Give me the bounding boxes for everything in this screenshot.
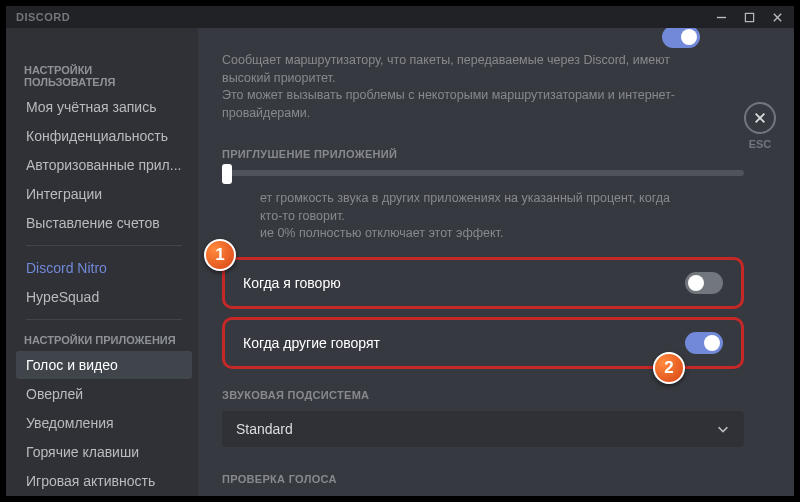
attenuation-slider[interactable] [222, 170, 744, 176]
voice-test-header: ПРОВЕРКА ГОЛОСА [222, 473, 744, 485]
sidebar-item-privacy[interactable]: Конфиденциальность [16, 122, 192, 150]
when-others-speak-toggle[interactable] [685, 332, 723, 354]
window-controls [708, 6, 790, 28]
sidebar-item-integrations[interactable]: Интеграции [16, 180, 192, 208]
sidebar-divider [26, 319, 182, 320]
qos-desc-line2: Это может вызывать проблемы с некоторыми… [222, 88, 675, 120]
maximize-button[interactable] [736, 6, 762, 28]
audio-subsystem-header: ЗВУКОВАЯ ПОДСИСТЕМА [222, 389, 744, 401]
sidebar-item-hypesquad[interactable]: HypeSquad [16, 283, 192, 311]
annotation-badge-1: 1 [204, 239, 236, 271]
qos-description: Сообщает маршрутизатору, что пакеты, пер… [222, 52, 744, 122]
attenuation-description: ет громкость звука в других приложениях … [222, 190, 744, 243]
settings-content: ESC Сообщает маршрутизатору, что пакеты,… [198, 28, 794, 496]
when-others-speak-row: Когда другие говорят 2 [222, 317, 744, 369]
sidebar-item-overlay[interactable]: Оверлей [16, 380, 192, 408]
qos-toggle[interactable] [662, 28, 700, 48]
when-i-speak-toggle[interactable] [685, 272, 723, 294]
audio-subsystem-select[interactable]: Standard [222, 411, 744, 447]
close-button[interactable] [764, 6, 790, 28]
attenuation-desc-line1: ет громкость звука в других приложениях … [260, 191, 670, 223]
qos-desc-line1: Сообщает маршрутизатору, что пакеты, пер… [222, 53, 670, 85]
audio-subsystem-value: Standard [236, 421, 293, 437]
sidebar-item-voice-video[interactable]: Голос и видео [16, 351, 192, 379]
sidebar-item-nitro[interactable]: Discord Nitro [16, 254, 192, 282]
annotation-badge-2: 2 [653, 352, 685, 384]
close-icon [753, 111, 767, 125]
when-i-speak-row: Когда я говорю [222, 257, 744, 309]
sidebar-header-user: НАСТРОЙКИ ПОЛЬЗОВАТЕЛЯ [16, 58, 192, 92]
sidebar-item-game-activity[interactable]: Игровая активность [16, 467, 192, 495]
chevron-down-icon [716, 422, 730, 436]
svg-rect-1 [745, 13, 753, 21]
minimize-button[interactable] [708, 6, 734, 28]
brand-label: DISCORD [16, 11, 70, 23]
when-others-speak-label: Когда другие говорят [243, 335, 380, 351]
sidebar-item-authorized-apps[interactable]: Авторизованные прил... [16, 151, 192, 179]
esc-button-group: ESC [744, 102, 776, 150]
slider-thumb[interactable] [222, 164, 232, 184]
sidebar-item-keybinds[interactable]: Горячие клавиши [16, 438, 192, 466]
attenuation-header: ПРИГЛУШЕНИЕ ПРИЛОЖЕНИЙ [222, 148, 744, 160]
attenuation-desc-line2: ие 0% полностью отключает этот эффект. [260, 226, 503, 240]
sidebar-item-notifications[interactable]: Уведомления [16, 409, 192, 437]
sidebar-divider [26, 245, 182, 246]
sidebar-item-account[interactable]: Моя учётная запись [16, 93, 192, 121]
close-settings-button[interactable] [744, 102, 776, 134]
esc-label: ESC [749, 138, 772, 150]
when-i-speak-label: Когда я говорю [243, 275, 341, 291]
sidebar-header-app: НАСТРОЙКИ ПРИЛОЖЕНИЯ [16, 328, 192, 350]
sidebar-item-billing[interactable]: Выставление счетов [16, 209, 192, 237]
titlebar: DISCORD [6, 6, 794, 28]
app-window: DISCORD НАСТРОЙКИ ПОЛЬЗОВАТЕЛЯ Моя учётн… [6, 6, 794, 496]
qos-row [222, 28, 744, 48]
settings-sidebar: НАСТРОЙКИ ПОЛЬЗОВАТЕЛЯ Моя учётная запис… [6, 28, 198, 496]
